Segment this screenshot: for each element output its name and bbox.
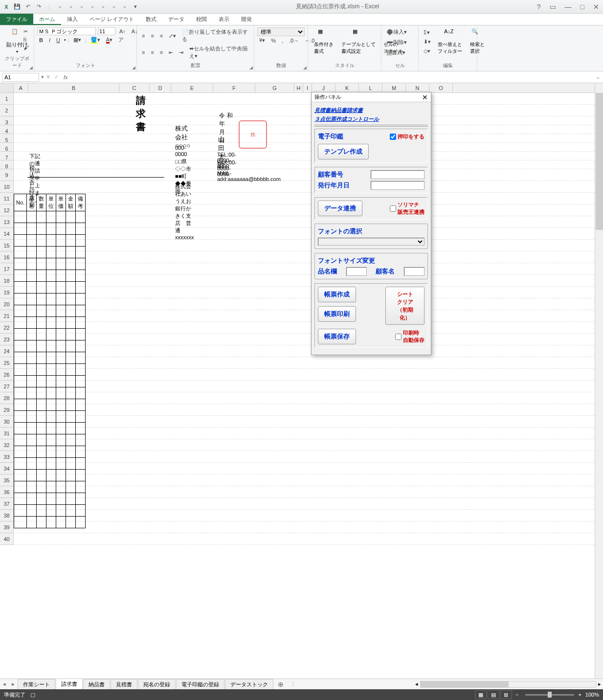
sorimachi-checkbox[interactable]: ソリマチ販売王連携 [390,201,424,216]
table-row[interactable] [14,446,86,458]
table-row[interactable] [14,329,86,340]
col-header-J[interactable]: J [312,83,335,92]
row-header[interactable]: 30 [0,416,14,428]
align-launcher[interactable]: ◢ [249,65,253,70]
row-header[interactable]: 9 [0,169,14,181]
qat-btn-7[interactable]: ▫ [120,2,129,11]
form-create-button[interactable]: 帳票作成 [318,287,356,302]
row-header[interactable]: 1 [0,93,14,105]
tab-review[interactable]: 校閲 [190,14,213,25]
font-name-select[interactable] [37,27,96,35]
zoom-slider[interactable] [525,694,574,696]
table-row[interactable] [14,505,86,517]
tab-formulas[interactable]: 数式 [140,14,162,25]
qat-btn-3[interactable]: ▫ [77,2,86,11]
table-row[interactable] [14,517,86,528]
table-row[interactable] [14,481,86,493]
find-select-button[interactable]: 🔍検索と 選択 [467,27,488,56]
sheet-tab-work[interactable]: 作業シート [18,679,55,690]
table-row[interactable] [14,423,86,434]
view-layout-icon[interactable]: ▤ [488,690,499,699]
table-row[interactable] [14,270,86,282]
delete-cells-button[interactable]: ➖削除▾ [384,38,415,47]
number-launcher[interactable]: ◢ [303,65,307,70]
enter-formula-icon[interactable]: ✓ [52,74,61,80]
comma-icon[interactable]: , [280,37,285,45]
table-row[interactable] [14,223,86,235]
sort-filter-button[interactable]: A↓Z並べ替えと フィルター [435,27,465,56]
clear-icon[interactable]: ◇▾ [422,47,433,55]
table-row[interactable] [14,294,86,305]
row-header[interactable]: 18 [0,275,14,287]
font-launcher[interactable]: ◢ [132,65,135,70]
align-bottom-icon[interactable]: ≡ [158,32,165,40]
cond-format-button[interactable]: ▦条件付き 書式 [311,27,336,56]
row-header[interactable]: 39 [0,521,14,533]
zoom-in-icon[interactable]: + [578,692,581,698]
seal-checkbox-input[interactable] [390,134,396,140]
fill-color-icon[interactable]: 🪣▾ [89,36,102,45]
fill-icon[interactable]: ⬇▾ [422,38,433,46]
tab-dev[interactable]: 開発 [235,14,258,25]
hscroll-thumb[interactable] [421,681,509,687]
sheet-tab-quote[interactable]: 見積書 [111,679,137,690]
col-header-H[interactable]: H [294,83,303,92]
currency-icon[interactable]: ¥▾ [257,36,267,45]
col-header-D[interactable]: D [150,83,171,92]
row-header[interactable]: 23 [0,334,14,345]
qat-btn-5[interactable]: ▫ [99,2,108,11]
help-icon[interactable]: ? [535,3,543,11]
tab-nav-first-icon[interactable]: ◂ [0,681,9,687]
row-header[interactable]: 38 [0,510,14,521]
cust-no-input[interactable] [371,170,424,179]
vscroll-thumb[interactable] [596,93,603,230]
percent-icon[interactable]: % [269,37,278,45]
qat-btn-1[interactable]: ▫ [56,2,65,11]
underline-button[interactable]: U [54,36,62,44]
phonetic-icon[interactable]: ア [116,35,126,45]
select-all-corner[interactable] [0,83,14,92]
row-header[interactable]: 7 [0,152,14,160]
row-header[interactable]: 5 [0,134,14,143]
vertical-scrollbar[interactable] [595,83,603,678]
maximize-icon[interactable]: □ [579,3,586,11]
fx-icon[interactable]: fx [61,74,71,80]
font-size-select[interactable] [98,27,115,35]
row-header[interactable]: 13 [0,216,14,228]
issue-date-input[interactable] [371,181,424,190]
row-header[interactable]: 21 [0,310,14,322]
copy-icon[interactable]: ⎘ [22,36,31,44]
table-row[interactable] [14,235,86,247]
row-header[interactable]: 4 [0,125,14,134]
zoom-out-icon[interactable]: − [515,692,518,698]
row-header[interactable]: 12 [0,204,14,216]
panel-close-icon[interactable]: ✕ [422,93,428,101]
qat-btn-6[interactable]: ▫ [110,2,118,11]
col-header-L[interactable]: L [359,83,382,92]
row-header[interactable]: 24 [0,345,14,357]
bold-button[interactable]: B [37,36,45,44]
sheet-tab-seal[interactable]: 電子印鑑の登録 [176,679,224,690]
align-right-icon[interactable]: ≡ [158,48,165,56]
view-normal-icon[interactable]: ▦ [475,690,487,699]
tab-split-icon[interactable]: ⋮ [288,681,299,687]
sheet-tab-delivery[interactable]: 納品書 [83,679,110,690]
col-header-A[interactable]: A [14,83,28,92]
table-row[interactable] [14,258,86,270]
italic-button[interactable]: I [47,36,52,44]
row-header[interactable]: 22 [0,322,14,334]
table-row[interactable] [14,399,86,411]
expand-formula-icon[interactable]: ⌄ [593,74,603,80]
row-header[interactable]: 37 [0,498,14,510]
add-sheet-icon[interactable]: ⊕ [274,680,288,688]
col-header-M[interactable]: M [382,83,406,92]
merge-button[interactable]: ⬌セルを結合して中央揃え▾ [187,44,251,61]
row-header[interactable]: 8 [0,160,14,169]
table-row[interactable] [14,434,86,446]
tab-layout[interactable]: ページ レイアウト [84,14,140,25]
minimize-icon[interactable]: — [563,3,574,11]
seal-checkbox[interactable]: 押印をする [390,133,424,140]
table-row[interactable] [14,282,86,294]
row-header[interactable]: 15 [0,240,14,251]
table-row[interactable] [14,387,86,399]
